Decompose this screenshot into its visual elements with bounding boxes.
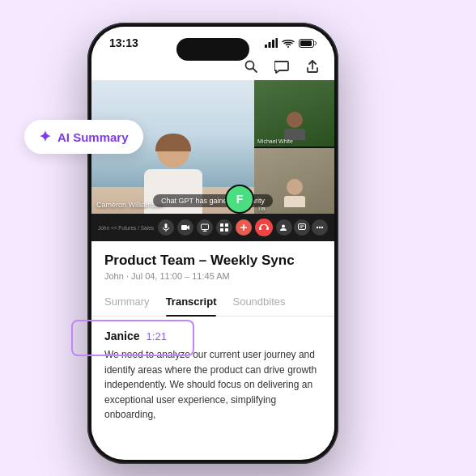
meeting-title: Product Team – Weekly Sync: [104, 253, 321, 269]
ai-summary-badge[interactable]: ✦ AI Summary: [24, 120, 143, 154]
phone-screen: 13:13: [91, 27, 334, 460]
svg-rect-16: [225, 223, 228, 227]
svg-rect-15: [220, 223, 223, 227]
dynamic-island: [176, 38, 249, 61]
status-icons: [265, 38, 317, 48]
svg-point-29: [321, 227, 323, 228]
controls-center[interactable]: [158, 219, 273, 236]
ai-sparkle-icon: ✦: [39, 128, 51, 146]
status-time: 13:13: [109, 36, 138, 49]
controls-right: [276, 219, 328, 236]
wifi-icon: [282, 38, 295, 48]
sidebar-video-1-name: Michael White: [257, 138, 293, 144]
share-button[interactable]: [304, 57, 321, 75]
controls-bar: John << Futures / Sales: [91, 214, 334, 241]
controls-participant-label: John << Futures / Sales: [98, 225, 154, 231]
svg-rect-9: [164, 223, 167, 228]
svg-point-27: [317, 227, 318, 228]
svg-point-4: [287, 46, 289, 48]
ai-summary-label: AI Summary: [57, 130, 129, 144]
svg-rect-11: [181, 225, 187, 230]
svg-rect-18: [225, 228, 228, 232]
search-button[interactable]: [242, 57, 260, 75]
chat-button[interactable]: [273, 57, 291, 75]
end-call-button[interactable]: [255, 219, 273, 236]
meeting-meta: John · Jul 04, 11:00 – 11:45 AM: [104, 271, 321, 281]
svg-rect-21: [259, 227, 261, 230]
svg-rect-6: [300, 40, 312, 46]
mic-button[interactable]: [158, 219, 174, 236]
video-subtitle: Chat GPT has gained popularity: [153, 194, 273, 207]
svg-rect-17: [220, 228, 223, 232]
sidebar-video-1: Michael White: [254, 80, 334, 147]
svg-rect-0: [265, 45, 267, 48]
svg-line-8: [253, 69, 257, 73]
screen-share-button[interactable]: [197, 219, 213, 236]
tabs: Summary Transcript Soundbites: [91, 287, 334, 317]
avatar-f: F: [225, 185, 254, 214]
tab-summary[interactable]: Summary: [104, 287, 150, 316]
video-button[interactable]: [177, 219, 193, 236]
controls-left: John << Futures / Sales: [98, 225, 154, 231]
chat-ctrl-button[interactable]: [294, 219, 310, 236]
signal-icon: [265, 38, 278, 48]
phone-frame: 13:13: [87, 23, 338, 464]
grid-button[interactable]: [216, 219, 232, 236]
meeting-info: Product Team – Weekly Sync John · Jul 04…: [91, 241, 334, 287]
svg-rect-1: [269, 42, 271, 48]
tab-soundbites[interactable]: Soundbites: [232, 287, 285, 316]
svg-rect-2: [272, 40, 274, 48]
transcript-text: We need to analyze our current user jour…: [104, 347, 321, 423]
summary-tab-highlight: [71, 320, 194, 356]
svg-rect-22: [266, 227, 269, 230]
reaction-button[interactable]: [236, 219, 252, 236]
svg-rect-3: [276, 38, 278, 48]
svg-rect-24: [298, 224, 305, 230]
battery-icon: [299, 39, 317, 48]
participants-button[interactable]: [276, 219, 292, 236]
more-button[interactable]: [312, 219, 328, 236]
svg-point-23: [282, 225, 285, 228]
tab-transcript[interactable]: Transcript: [166, 287, 217, 316]
svg-rect-12: [201, 224, 208, 230]
svg-point-28: [319, 227, 321, 228]
